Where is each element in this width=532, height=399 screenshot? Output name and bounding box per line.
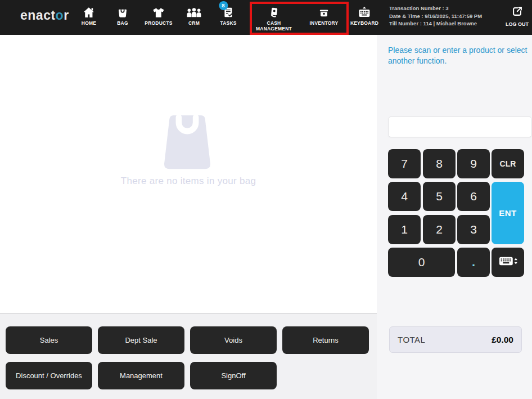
logo-text-2: r — [64, 8, 69, 23]
keypad-decimal[interactable]: . — [457, 248, 490, 277]
nav-tasks-label: TASKS — [220, 20, 236, 26]
home-icon — [82, 5, 96, 19]
pos-app: enactor HOME BAG PRODUCTS — [0, 0, 532, 399]
scan-prompt-message: Please scan or enter a product or select… — [388, 45, 530, 66]
keypad-3[interactable]: 3 — [457, 215, 490, 244]
nav-bag[interactable]: BAG — [117, 5, 129, 26]
nav-bag-label: BAG — [117, 20, 129, 26]
cash-icon — [250, 5, 298, 19]
nav-home-label: HOME — [82, 20, 96, 26]
transaction-number: Transaction Number : 3 — [389, 5, 482, 12]
voids-button[interactable]: Voids — [190, 326, 277, 354]
inventory-box-icon — [310, 5, 339, 19]
shopping-bag-icon — [117, 5, 129, 19]
keypad-keyboard-toggle[interactable] — [492, 248, 524, 277]
nav-keyboard[interactable]: KEYBOARD — [350, 5, 378, 26]
keypad-7[interactable]: 7 — [388, 149, 421, 178]
function-button-area: Sales Dept Sale Voids Returns Discount /… — [0, 313, 377, 399]
total-label: TOTAL — [398, 335, 425, 344]
nav-crm[interactable]: CRM — [186, 5, 202, 26]
keypad-2[interactable]: 2 — [423, 215, 456, 244]
keypad-5[interactable]: 5 — [423, 182, 456, 211]
keypad-clr[interactable]: CLR — [492, 149, 524, 178]
keyboard-icon — [350, 5, 378, 19]
keypad-1[interactable]: 1 — [388, 215, 421, 244]
logout-button[interactable]: LOG OUT — [506, 5, 529, 27]
management-button[interactable]: Management — [98, 362, 184, 389]
returns-button[interactable]: Returns — [282, 326, 369, 354]
nav-cash-management[interactable]: CASH MANAGEMENT — [250, 5, 298, 32]
keypad-9[interactable]: 9 — [457, 149, 490, 178]
basket-area: There are no items in your bag — [0, 35, 377, 313]
tasks-icon: 8 — [220, 5, 236, 19]
discount-overrides-button[interactable]: Discount / Overrides — [6, 362, 92, 389]
right-panel: Please scan or enter a product or select… — [377, 35, 532, 399]
tshirt-icon — [145, 5, 172, 19]
nav-tasks[interactable]: 8 TASKS — [220, 5, 236, 26]
keypad-4[interactable]: 4 — [388, 182, 421, 211]
nav-products-label: PRODUCTS — [145, 20, 172, 26]
transaction-info: Transaction Number : 3 Date & Time : 9/1… — [389, 5, 482, 28]
signoff-button[interactable]: SignOff — [190, 362, 277, 389]
keypad-8[interactable]: 8 — [423, 149, 456, 178]
product-entry-input[interactable] — [388, 116, 532, 137]
top-navigation-bar: enactor HOME BAG PRODUCTS — [0, 0, 532, 35]
nav-home[interactable]: HOME — [82, 5, 96, 26]
logo-text: enact — [20, 8, 56, 23]
keypad-enter[interactable]: ENT — [492, 182, 524, 244]
sales-button[interactable]: Sales — [6, 326, 92, 354]
dept-sale-button[interactable]: Dept Sale — [98, 326, 184, 354]
empty-bag-icon — [156, 110, 219, 173]
empty-bag-message: There are no items in your bag — [0, 176, 377, 187]
logout-label: LOG OUT — [506, 21, 529, 27]
nav-crm-label: CRM — [186, 20, 202, 26]
total-value: £0.00 — [492, 335, 513, 345]
nav-products[interactable]: PRODUCTS — [145, 5, 172, 26]
total-box: TOTAL £0.00 — [389, 326, 522, 353]
nav-inventory-label: INVENTORY — [310, 20, 339, 26]
keypad-0[interactable]: 0 — [388, 248, 455, 277]
tasks-badge: 8 — [219, 1, 228, 10]
nav-inventory[interactable]: INVENTORY — [310, 5, 339, 26]
logo-o: o — [56, 8, 64, 23]
people-icon — [186, 5, 202, 19]
date-time: Date & Time : 9/16/2025, 11:47:59 PM — [389, 12, 482, 20]
keyboard-toggle-icon — [499, 255, 517, 270]
till-number-user: Till Number : 114 | Michael Browne — [389, 20, 482, 28]
logout-icon — [506, 5, 529, 20]
keypad-6[interactable]: 6 — [457, 182, 490, 211]
nav-keyboard-label: KEYBOARD — [350, 20, 378, 26]
enactor-logo: enactor — [20, 8, 69, 23]
nav-cash-management-label: CASH MANAGEMENT — [250, 20, 298, 32]
